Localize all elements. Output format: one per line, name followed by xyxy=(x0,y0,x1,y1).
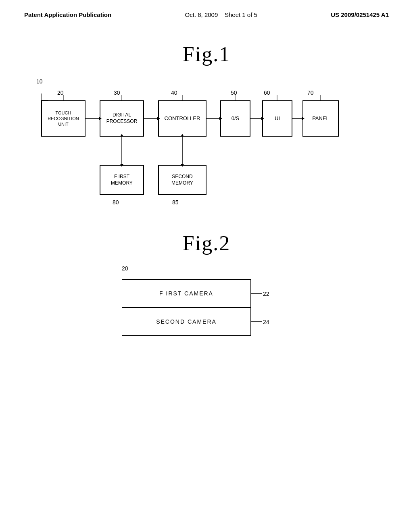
header-center: Oct. 8, 2009 Sheet 1 of 5 xyxy=(185,11,257,18)
ref-80: 80 xyxy=(113,199,119,206)
fig1-title: Fig.1 xyxy=(0,42,413,66)
diagram-arrows xyxy=(33,78,380,215)
block-second-memory: SECOND MEMORY xyxy=(158,165,206,195)
block-first-memory: F IRST MEMORY xyxy=(100,165,144,195)
block-touch: TOUCH RECOGNITION UNIT xyxy=(41,100,86,137)
ref-70: 70 xyxy=(307,89,314,96)
header-left: Patent Application Publication xyxy=(24,11,111,18)
ref-24: 24 xyxy=(263,319,269,325)
block-digital: DIGITAL PROCESSOR xyxy=(100,100,144,137)
ref-20: 20 xyxy=(57,89,64,96)
ref-22: 22 xyxy=(263,291,269,297)
ref-30: 30 xyxy=(114,89,120,96)
diagram2: 20 F IRST CAMERA SECOND CAMERA 22 24 xyxy=(106,263,307,352)
block-controller: CONTROLLER xyxy=(158,100,206,137)
header-right: US 2009/0251425 A1 xyxy=(331,11,389,18)
ref-85: 85 xyxy=(172,199,179,206)
block-ui: UI xyxy=(262,100,292,137)
ref-50: 50 xyxy=(231,89,237,96)
diagram1: 10 20 30 40 50 60 70 TOUCH RECOGNITION U… xyxy=(33,78,380,215)
ref-10: 10 xyxy=(36,78,43,85)
ref-20-fig2: 20 xyxy=(122,265,128,272)
ref-40: 40 xyxy=(171,89,177,96)
page-header: Patent Application Publication Oct. 8, 2… xyxy=(0,0,413,18)
block-os: 0/S xyxy=(220,100,250,137)
fig2-title: Fig.2 xyxy=(0,231,413,255)
block-first-camera: F IRST CAMERA xyxy=(122,279,251,308)
ref-60: 60 xyxy=(264,89,270,96)
block-second-camera: SECOND CAMERA xyxy=(122,308,251,336)
block-panel: PANEL xyxy=(302,100,339,137)
